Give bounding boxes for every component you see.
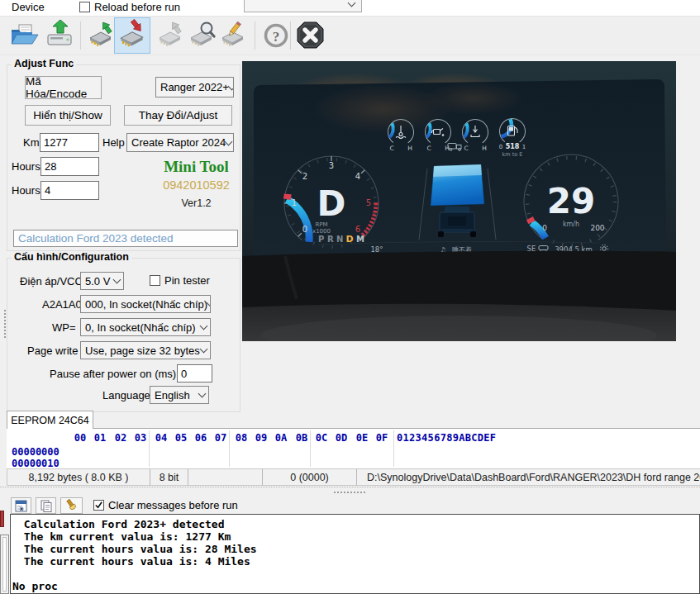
help-label: Help <box>102 136 125 150</box>
model-select[interactable]: Ranger 2022+ <box>155 77 234 97</box>
page-write-select[interactable]: Use, page size 32 bytes <box>80 341 211 359</box>
help-select[interactable]: Create Raptor 2024 <box>126 133 234 152</box>
language-select[interactable]: English <box>150 386 209 404</box>
svg-text:R: R <box>327 235 334 244</box>
report-button[interactable]: x <box>11 497 31 514</box>
help-button[interactable]: ? <box>260 19 293 52</box>
message-log[interactable]: Calculation Ford 2023+ detected The km c… <box>10 514 700 594</box>
help-select-value: Create Raptor 2024 <box>131 136 226 149</box>
svg-text:P: P <box>318 235 324 244</box>
show-button[interactable]: Hiển thị/Show <box>25 105 111 126</box>
open-file-button[interactable] <box>8 19 41 52</box>
hex-col-header: 0F <box>372 432 392 444</box>
km-input[interactable] <box>40 133 99 152</box>
svg-text:?: ? <box>273 29 280 45</box>
chevron-down-icon <box>225 137 233 145</box>
page-write-label: Page write <box>27 345 78 358</box>
chip-search-icon <box>185 19 218 52</box>
hex-address-row: 00000000 <box>12 446 60 458</box>
svg-text:D: D <box>346 234 354 245</box>
pause-label: Pause after power on (ms) <box>50 368 176 381</box>
copy-button[interactable] <box>36 497 56 514</box>
encode-button[interactable]: Mã Hóa/Encode <box>25 76 102 99</box>
vcc-select[interactable]: 5.0 V <box>80 272 124 290</box>
hours2-input[interactable] <box>40 181 99 200</box>
svg-text:200: 200 <box>590 224 604 232</box>
reload-before-run-checkbox[interactable] <box>79 2 90 12</box>
svg-text:km/h: km/h <box>563 221 579 228</box>
a2a1a0-select[interactable]: 000, In socket(Nhấc chíp) <box>80 295 211 313</box>
svg-text:4: 4 <box>355 172 360 181</box>
svg-text:0: 0 <box>499 144 502 150</box>
hex-col-header: 07 <box>211 432 231 444</box>
cluster-photo: C H C H C H <box>242 61 676 341</box>
pause-input[interactable] <box>177 364 212 383</box>
chevron-down-icon <box>200 345 208 354</box>
chip-write-icon <box>115 18 150 53</box>
svg-text:N: N <box>336 235 343 244</box>
horizontal-splitter[interactable] <box>0 487 700 497</box>
toolbar-separator <box>255 21 255 50</box>
center-camera-screen <box>431 164 484 206</box>
svg-text:C: C <box>389 145 393 152</box>
read-chip-button[interactable] <box>84 19 117 52</box>
inspect-chip-button[interactable] <box>185 19 218 52</box>
model-select-value: Ranger 2022+ <box>160 81 229 93</box>
report-icon: x <box>14 499 29 513</box>
save-drive-icon <box>44 19 77 52</box>
svg-text:518: 518 <box>506 143 520 150</box>
docked-panel-fragment <box>0 535 9 594</box>
open-folder-icon <box>8 19 41 52</box>
pin-tester-checkbox[interactable] <box>150 275 160 286</box>
reload-before-run-label: Reload before run <box>94 1 180 14</box>
toolbar-separator <box>80 21 81 50</box>
chip-verify-icon <box>154 19 187 52</box>
a2a1a0-select-value: 000, In socket(Nhấc chíp) <box>85 298 207 311</box>
svg-text:H: H <box>482 145 487 152</box>
svg-text:1: 1 <box>522 144 526 150</box>
write-chip-button-selected[interactable] <box>114 17 150 54</box>
svg-text:1: 1 <box>292 198 297 207</box>
status-size: 8,192 bytes ( 8.0 KB ) <box>7 468 150 486</box>
hours1-input[interactable] <box>40 157 99 176</box>
hex-col-header: 04 <box>151 432 171 444</box>
docked-panel-fragment-red <box>0 511 4 527</box>
svg-text:0: 0 <box>542 224 547 232</box>
left-splitter-grip[interactable] <box>3 309 7 339</box>
cluster-photo-svg: C H C H C H <box>242 61 676 341</box>
eeprom-tab[interactable]: EEPROM 24C64 <box>7 411 93 429</box>
vcc-label: Điện áp/VCC <box>20 275 83 288</box>
chevron-down-icon <box>200 322 208 330</box>
edit-chip-button[interactable] <box>217 19 250 52</box>
hex-col-header: 0E <box>352 432 372 444</box>
hex-col-header: 08 <box>231 432 251 444</box>
stop-icon <box>294 19 327 52</box>
hex-col-header: 00 <box>70 432 90 444</box>
clear-messages-checkbox[interactable] <box>93 500 104 511</box>
clear-log-button[interactable] <box>60 497 83 514</box>
gear-indicator: D <box>317 183 346 224</box>
hex-col-header: 06 <box>191 432 211 444</box>
eeprom-tab-label: EEPROM 24C64 <box>11 415 88 426</box>
docked-panel-inner <box>2 537 7 592</box>
device-select[interactable] <box>244 0 362 12</box>
log-line: The current hours valua is: 4 Miles <box>17 555 250 568</box>
svg-text:C: C <box>464 145 468 152</box>
hex-col-header: 0C <box>312 432 331 444</box>
toolbar-separator <box>290 21 291 50</box>
message-toolbar <box>0 497 700 514</box>
a2a1a0-label: A2A1A0 <box>42 298 82 311</box>
outside-temp: 18° <box>370 245 383 254</box>
adjust-button[interactable]: Thay Đổi/Adjust <box>124 105 232 126</box>
verify-chip-button[interactable] <box>154 19 187 52</box>
export-file-button[interactable] <box>44 19 77 52</box>
hex-address-row: 00000010 <box>12 458 60 469</box>
copy-icon <box>39 499 54 513</box>
wp-select[interactable]: 0, In socket(Nhấc chíp) <box>80 318 211 336</box>
phone-text: 0942010592 <box>153 178 240 192</box>
stop-button[interactable] <box>294 19 327 52</box>
speed-value: 29 <box>547 181 595 221</box>
chevron-down-icon <box>113 276 121 284</box>
language-select-value: English <box>155 389 190 402</box>
svg-text:km to E: km to E <box>502 151 523 158</box>
